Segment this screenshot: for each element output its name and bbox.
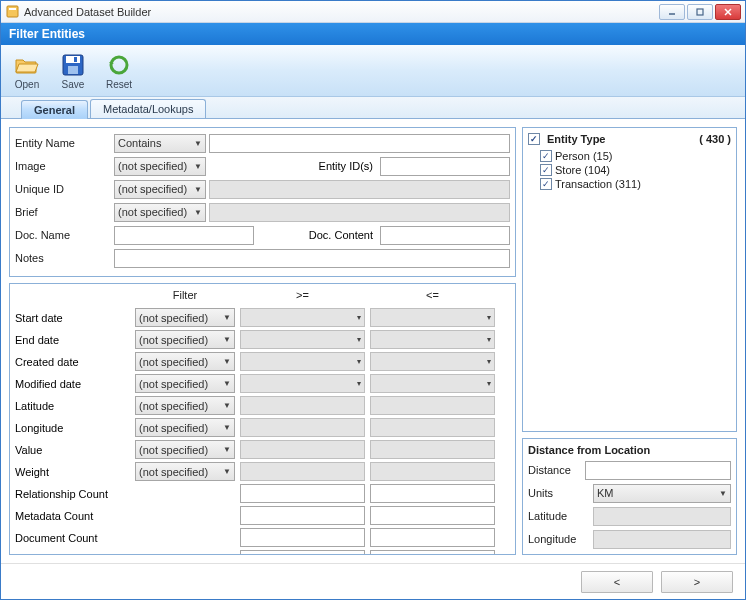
value-gte	[240, 440, 365, 459]
entity-type-count: ( 430 )	[699, 133, 731, 145]
longitude-label: Longitude	[15, 422, 130, 434]
entity-name-input[interactable]	[209, 134, 510, 153]
svg-point-10	[111, 57, 127, 73]
units-select[interactable]: KM▼	[593, 484, 731, 503]
save-icon	[60, 52, 86, 78]
entity-type-item-store[interactable]: ✓Store (104)	[528, 163, 731, 177]
weight-filter[interactable]: (not specified)▼	[135, 462, 235, 481]
store-checkbox[interactable]: ✓	[540, 164, 552, 176]
next-button[interactable]: >	[661, 571, 733, 593]
value-lte	[370, 440, 495, 459]
distance-label: Distance	[528, 464, 582, 476]
document-count-label: Document Count	[15, 532, 130, 544]
svg-rect-0	[7, 6, 18, 17]
relationship-count-lte[interactable]	[370, 484, 495, 503]
value-filter[interactable]: (not specified)▼	[135, 440, 235, 459]
app-icon	[5, 5, 19, 19]
end-date-filter[interactable]: (not specified)▼	[135, 330, 235, 349]
latitude-gte	[240, 396, 365, 415]
entity-name-label: Entity Name	[15, 137, 111, 149]
ribbon-title: Filter Entities	[1, 23, 745, 45]
start-date-gte: ▾	[240, 308, 365, 327]
entity-ids-input[interactable]	[380, 157, 510, 176]
created-date-gte: ▾	[240, 352, 365, 371]
modified-date-lte: ▾	[370, 374, 495, 393]
minimize-button[interactable]	[659, 4, 685, 20]
content-area: Entity Name Contains▼ Image (not specifi…	[1, 119, 745, 563]
metadata-count-gte[interactable]	[240, 506, 365, 525]
document-count-lte[interactable]	[370, 528, 495, 547]
longitude-lte	[370, 418, 495, 437]
entity-type-item-person[interactable]: ✓Person (15)	[528, 149, 731, 163]
start-date-filter[interactable]: (not specified)▼	[135, 308, 235, 327]
created-date-lte: ▾	[370, 352, 495, 371]
unique-id-input	[209, 180, 510, 199]
weight-label: Weight	[15, 466, 130, 478]
tab-general[interactable]: General	[21, 100, 88, 119]
unique-id-label: Unique ID	[15, 183, 111, 195]
open-button[interactable]: Open	[7, 52, 47, 90]
metadata-count-lte[interactable]	[370, 506, 495, 525]
reset-button[interactable]: Reset	[99, 52, 139, 90]
document-count-gte[interactable]	[240, 528, 365, 547]
end-date-gte: ▾	[240, 330, 365, 349]
unique-id-operator[interactable]: (not specified)▼	[114, 180, 206, 199]
doc-name-label: Doc. Name	[15, 229, 111, 241]
reset-icon	[106, 52, 132, 78]
toolbar: Open Save Reset	[1, 45, 745, 97]
longitude-gte	[240, 418, 365, 437]
distance-input[interactable]	[585, 461, 731, 480]
brief-input	[209, 203, 510, 222]
save-button[interactable]: Save	[53, 52, 93, 90]
doc-name-input[interactable]	[114, 226, 254, 245]
range-filter-panel: Filter >= <= Start date (not specified)▼…	[9, 283, 516, 555]
units-label: Units	[528, 487, 590, 499]
note-count-gte[interactable]	[240, 550, 365, 555]
entity-type-item-transaction[interactable]: ✓Transaction (311)	[528, 177, 731, 191]
image-operator[interactable]: (not specified)▼	[114, 157, 206, 176]
end-date-lte: ▾	[370, 330, 495, 349]
save-label: Save	[62, 79, 85, 90]
note-count-lte[interactable]	[370, 550, 495, 555]
doc-content-input[interactable]	[380, 226, 510, 245]
latitude-filter[interactable]: (not specified)▼	[135, 396, 235, 415]
end-date-label: End date	[15, 334, 130, 346]
svg-rect-3	[697, 9, 703, 15]
svg-rect-8	[68, 66, 78, 74]
metadata-count-label: Metadata Count	[15, 510, 130, 522]
gte-header: >=	[240, 289, 365, 305]
created-date-label: Created date	[15, 356, 130, 368]
entity-ids-label: Entity ID(s)	[303, 160, 373, 172]
relationship-count-gte[interactable]	[240, 484, 365, 503]
notes-input[interactable]	[114, 249, 510, 268]
prev-button[interactable]: <	[581, 571, 653, 593]
start-date-label: Start date	[15, 312, 130, 324]
modified-date-filter[interactable]: (not specified)▼	[135, 374, 235, 393]
left-column: Entity Name Contains▼ Image (not specifi…	[9, 127, 516, 555]
transaction-checkbox[interactable]: ✓	[540, 178, 552, 190]
svg-rect-7	[66, 56, 80, 63]
maximize-button[interactable]	[687, 4, 713, 20]
modified-date-gte: ▾	[240, 374, 365, 393]
distance-panel: Distance from Location Distance UnitsKM▼…	[522, 438, 737, 555]
dist-latitude-label: Latitude	[528, 510, 590, 522]
relationship-count-label: Relationship Count	[15, 488, 130, 500]
lte-header: <=	[370, 289, 495, 305]
entity-name-operator[interactable]: Contains▼	[114, 134, 206, 153]
created-date-filter[interactable]: (not specified)▼	[135, 352, 235, 371]
folder-open-icon	[14, 52, 40, 78]
brief-label: Brief	[15, 206, 111, 218]
value-label: Value	[15, 444, 130, 456]
tab-metadata-lookups[interactable]: Metadata/Lookups	[90, 99, 207, 118]
entity-filter-panel: Entity Name Contains▼ Image (not specifi…	[9, 127, 516, 277]
filter-header: Filter	[135, 289, 235, 305]
entity-type-checkbox[interactable]: ✓	[528, 133, 540, 145]
person-checkbox[interactable]: ✓	[540, 150, 552, 162]
svg-rect-9	[74, 57, 77, 62]
entity-type-label: Entity Type	[547, 133, 605, 145]
longitude-filter[interactable]: (not specified)▼	[135, 418, 235, 437]
dist-longitude-label: Longitude	[528, 533, 590, 545]
brief-operator[interactable]: (not specified)▼	[114, 203, 206, 222]
modified-date-label: Modified date	[15, 378, 130, 390]
close-button[interactable]	[715, 4, 741, 20]
